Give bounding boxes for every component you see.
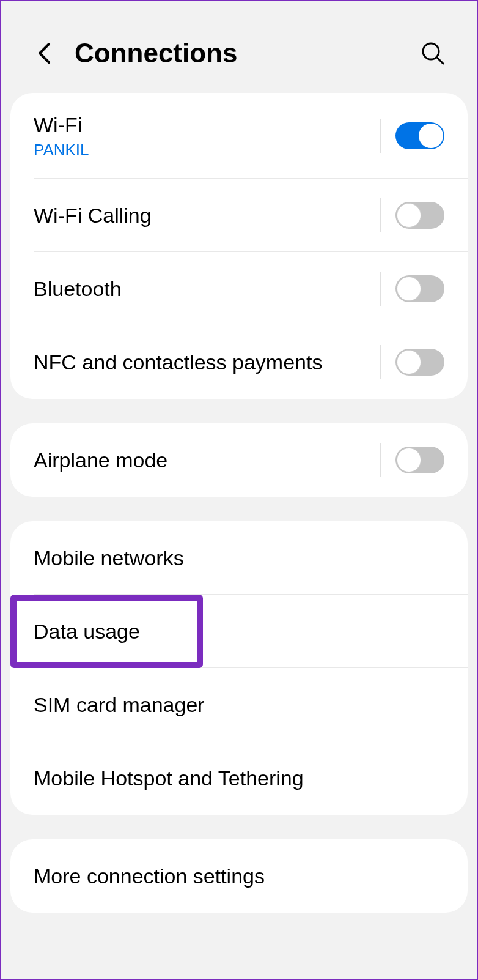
row-text: Bluetooth: [34, 276, 374, 302]
settings-group: Mobile networks Data usage SIM card mana…: [10, 521, 468, 815]
divider: [380, 272, 381, 306]
divider: [380, 345, 381, 379]
sim-card-manager-row[interactable]: SIM card manager: [10, 668, 468, 741]
row-text: NFC and contactless payments: [34, 349, 374, 376]
more-connection-settings-row[interactable]: More connection settings: [10, 839, 468, 913]
wifi-network-name: PANKIL: [34, 141, 374, 160]
chevron-left-icon: [37, 42, 51, 64]
page-title: Connections: [75, 38, 419, 69]
wifi-row[interactable]: Wi-Fi PANKIL: [10, 93, 468, 179]
bluetooth-toggle[interactable]: [395, 275, 444, 302]
nfc-toggle[interactable]: [395, 349, 444, 376]
wifi-calling-row[interactable]: Wi-Fi Calling: [10, 179, 468, 252]
bluetooth-row[interactable]: Bluetooth: [10, 252, 468, 325]
divider: [380, 198, 381, 232]
row-label: Bluetooth: [34, 276, 374, 302]
settings-screen: Connections Wi-Fi PANKIL Wi-Fi Calling: [1, 1, 477, 979]
row-label: Wi-Fi Calling: [34, 202, 374, 229]
search-button[interactable]: [419, 40, 446, 67]
row-text: Wi-Fi PANKIL: [34, 112, 374, 160]
header: Connections: [1, 1, 477, 93]
row-label: Mobile Hotspot and Tethering: [34, 765, 444, 792]
settings-group: Wi-Fi PANKIL Wi-Fi Calling Bluetooth NFC…: [10, 93, 468, 399]
row-label: Mobile networks: [34, 545, 444, 571]
row-label: SIM card manager: [34, 692, 444, 718]
row-label: Airplane mode: [34, 447, 374, 473]
row-text: More connection settings: [34, 863, 444, 889]
nfc-row[interactable]: NFC and contactless payments: [10, 325, 468, 399]
row-label: Data usage: [34, 618, 444, 645]
row-text: SIM card manager: [34, 692, 444, 718]
row-text: Airplane mode: [34, 447, 374, 473]
airplane-mode-row[interactable]: Airplane mode: [10, 423, 468, 497]
row-label: More connection settings: [34, 863, 444, 889]
row-text: Wi-Fi Calling: [34, 202, 374, 229]
data-usage-row[interactable]: Data usage: [10, 595, 468, 668]
row-text: Data usage: [34, 618, 444, 645]
settings-group: More connection settings: [10, 839, 468, 913]
mobile-hotspot-row[interactable]: Mobile Hotspot and Tethering: [10, 741, 468, 815]
divider: [380, 443, 381, 477]
back-button[interactable]: [32, 41, 56, 65]
svg-line-1: [437, 58, 443, 64]
settings-group: Airplane mode: [10, 423, 468, 497]
row-label: Wi-Fi: [34, 112, 374, 138]
row-label: NFC and contactless payments: [34, 349, 374, 376]
divider: [380, 119, 381, 153]
search-icon: [421, 41, 445, 65]
row-text: Mobile networks: [34, 545, 444, 571]
row-text: Mobile Hotspot and Tethering: [34, 765, 444, 792]
wifi-calling-toggle[interactable]: [395, 202, 444, 229]
mobile-networks-row[interactable]: Mobile networks: [10, 521, 468, 595]
airplane-mode-toggle[interactable]: [395, 447, 444, 473]
wifi-toggle[interactable]: [395, 122, 444, 149]
